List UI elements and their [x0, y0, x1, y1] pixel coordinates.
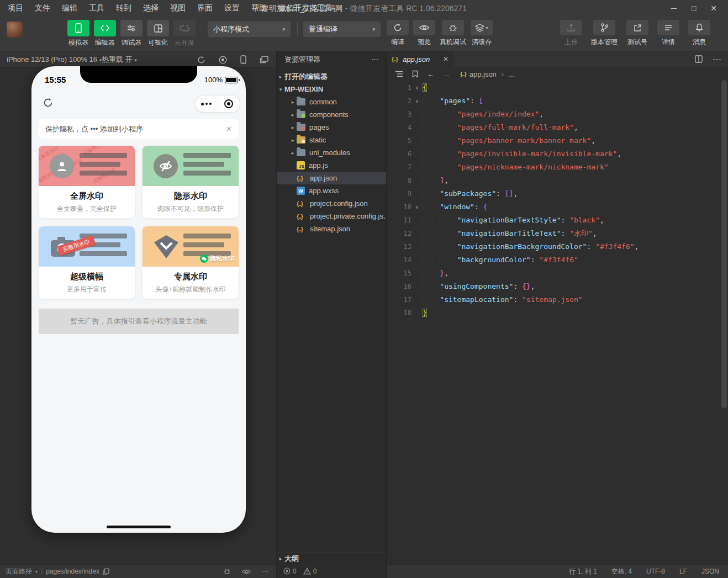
device-frame-icon[interactable] [240, 55, 246, 64]
page-refresh-icon[interactable] [43, 97, 54, 108]
vconsole-bug-icon[interactable] [223, 568, 231, 575]
encoding[interactable]: UTF-8 [646, 568, 665, 575]
code-line[interactable]: 4 "pages/full-mark/full-mark", [387, 121, 720, 134]
multi-window-icon[interactable] [260, 56, 268, 63]
card-exclusive-watermark[interactable]: 隐私水印 专属水印 头像+昵称就能制作水印 [143, 226, 239, 299]
page-path-label[interactable]: 页面路径 [6, 567, 32, 576]
exit-target-icon[interactable] [218, 99, 240, 108]
debugger-toggle-button[interactable]: 调试器 [118, 20, 145, 47]
compile-button[interactable]: 编译 [384, 20, 411, 47]
menu-project[interactable]: 项目 [8, 3, 23, 13]
folder-components[interactable]: ▸ components [277, 108, 386, 121]
current-page-path[interactable]: pages/index/index [46, 568, 99, 575]
split-editor-icon[interactable] [695, 55, 703, 63]
code-line[interactable]: 9 "subPackages": [], [387, 187, 720, 200]
folder-static[interactable]: ▸ static [277, 134, 386, 146]
code-line[interactable]: 10∨ "window": { [387, 200, 720, 214]
more-actions-icon[interactable]: ⋯ [262, 568, 268, 575]
file-project-config[interactable]: {..} project.config.json [277, 197, 386, 210]
compile-mode-dropdown[interactable]: 普通编译 ▾ [303, 22, 381, 37]
code-line[interactable]: 17 "sitemapLocation": "sitemap.json" [387, 293, 720, 306]
warning-count[interactable]: 0 [313, 568, 317, 575]
outline-section[interactable]: ▸ 大纲 [277, 552, 386, 564]
code-line[interactable]: 13 "navigationBarBackgroundColor": "#f3f… [387, 240, 720, 253]
indent-setting[interactable]: 空格: 4 [611, 567, 632, 576]
menu-view[interactable]: 视图 [170, 3, 186, 13]
stop-icon[interactable] [219, 56, 227, 64]
code-line[interactable]: 15 }, [387, 267, 720, 280]
menu-settings[interactable]: 设置 [224, 3, 240, 13]
card-fullscreen-watermark[interactable]: 实验用水印 实验用水印 实验用水印 实验用水印 实验用水印 全屏水印 全文覆盖，… [39, 146, 135, 218]
minimize-button[interactable]: ─ [664, 0, 684, 17]
close-button[interactable]: ✕ [704, 0, 724, 17]
preview-button[interactable]: 预览 [411, 20, 437, 47]
eol-type[interactable]: LF [679, 568, 687, 575]
remote-debug-button[interactable]: 真机调试 [437, 20, 468, 47]
editor-toggle-button[interactable]: 编辑器 [92, 20, 118, 47]
file-app-json[interactable]: {..} app.json [277, 172, 386, 184]
code-area[interactable]: 1∨{2∨ "pages": [3 "pages/index/index",4 … [387, 81, 720, 564]
clear-cache-button[interactable]: ▾ 清缓存 [468, 20, 495, 47]
menu-help[interactable]: 帮助 [251, 3, 267, 13]
code-line[interactable]: 8 ], [387, 174, 720, 187]
folder-pages[interactable]: ▸ pages [277, 121, 386, 134]
code-line[interactable]: 6 "pages/invisible-mark/invisible-mark", [387, 147, 720, 161]
menu-select[interactable]: 选择 [143, 3, 159, 13]
details-button[interactable]: 详情 [655, 20, 682, 47]
file-app-wxss[interactable]: W app.wxss [277, 184, 386, 197]
menu-tools[interactable]: 工具 [89, 3, 104, 13]
more-actions-icon[interactable]: ⋯ [713, 54, 721, 65]
fold-chevron-icon[interactable]: ∨ [412, 81, 423, 94]
file-app-js[interactable]: JS app.js [277, 159, 386, 172]
card-super-banner[interactable]: 实验用水印 超级横幅 更多用于宣传 [39, 226, 135, 299]
code-line[interactable]: 14 "backgroundColor": "#f3f4f6" [387, 253, 720, 267]
code-line[interactable]: 1∨{ [387, 81, 720, 94]
maximize-button[interactable]: □ [684, 0, 704, 17]
back-arrow-icon[interactable]: ← [427, 70, 434, 78]
more-dots-icon[interactable] [196, 103, 218, 105]
bookmark-icon[interactable] [412, 70, 418, 78]
code-line[interactable]: 11 "navigationBarTextStyle": "black", [387, 214, 720, 227]
visualization-toggle-button[interactable]: 可视化 [145, 20, 171, 47]
test-account-button[interactable]: 测试号 [624, 20, 651, 47]
code-line[interactable]: 16 "usingComponents": {}, [387, 280, 720, 293]
inspect-eye-icon[interactable] [242, 569, 251, 575]
menu-goto[interactable]: 转到 [116, 3, 131, 13]
menu-file[interactable]: 文件 [35, 3, 50, 13]
user-avatar[interactable] [7, 22, 23, 38]
copy-icon[interactable] [103, 568, 109, 575]
code-line[interactable]: 3 "pages/index/index", [387, 108, 720, 121]
messages-button[interactable]: 消息 [686, 20, 713, 47]
tab-close-icon[interactable]: ✕ [443, 55, 449, 63]
menu-devtools[interactable]: 微信开发者工具 [278, 3, 333, 13]
code-line[interactable]: 7 "pages/nickname-mark/nickname-mark" [387, 161, 720, 174]
editor-scrollbar[interactable] [720, 67, 728, 564]
language-mode[interactable]: JSON [701, 568, 719, 575]
file-sitemap-json[interactable]: {..} sitemap.json [277, 222, 386, 235]
code-line[interactable]: 5 "pages/banner-mark/banner-mark", [387, 134, 720, 147]
breadcrumb[interactable]: {..} app.json › ... [460, 70, 515, 78]
more-actions-icon[interactable]: ⋯ [371, 51, 378, 68]
code-line[interactable]: 18} [387, 306, 720, 320]
code-line[interactable]: 12 "navigationBarTitleText": "水印", [387, 227, 720, 240]
folder-uni-modules[interactable]: ▸ uni_modules [277, 146, 386, 159]
fold-chevron-icon[interactable]: ∨ [412, 94, 423, 108]
open-editors-section[interactable]: ▸ 打开的编辑器 [277, 70, 386, 83]
scrollbar-thumb[interactable] [721, 80, 727, 409]
simulator-toggle-button[interactable]: 模拟器 [65, 20, 92, 47]
menu-interface[interactable]: 界面 [197, 3, 213, 13]
tab-app-json[interactable]: {..} app.json ✕ [387, 51, 453, 67]
menu-edit[interactable]: 编辑 [62, 3, 77, 13]
banner-close-icon[interactable]: ✕ [226, 125, 232, 133]
mode-dropdown[interactable]: 小程序模式 ▾ [208, 22, 291, 37]
error-count[interactable]: 0 [293, 568, 297, 575]
cursor-position[interactable]: 行 1, 列 1 [569, 567, 597, 576]
folder-common[interactable]: ▸ common [277, 96, 386, 108]
fold-chevron-icon[interactable]: ∨ [412, 200, 423, 214]
code-line[interactable]: 2∨ "pages": [ [387, 94, 720, 108]
version-control-button[interactable]: 版本管理 [589, 20, 620, 47]
card-invisible-watermark[interactable]: 隐形水印 肉眼不可见，隐形保护 [143, 146, 239, 218]
project-root-section[interactable]: ▾ MP-WEIXIN [277, 83, 386, 96]
file-project-private-config[interactable]: {..} project.private.config.js... [277, 210, 386, 222]
restart-icon[interactable] [197, 56, 205, 64]
